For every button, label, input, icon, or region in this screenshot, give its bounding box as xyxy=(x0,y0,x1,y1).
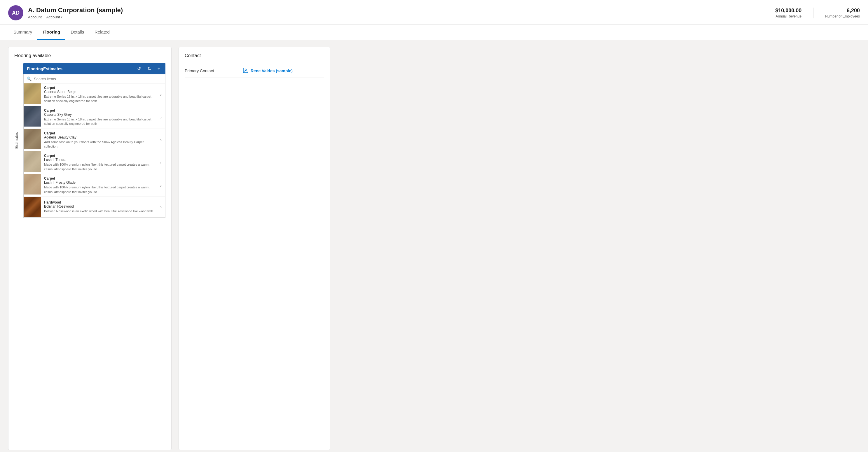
employees-label: Number of Employees xyxy=(825,14,860,19)
header-info: A. Datum Corporation (sample) Account · … xyxy=(28,6,123,19)
estimates-content: FlooringEstimates ↺ ⇅ + 🔍 xyxy=(23,63,165,218)
search-input[interactable] xyxy=(34,77,162,81)
breadcrumb-account2: Account xyxy=(46,15,60,19)
tab-related[interactable]: Related xyxy=(89,25,115,40)
item-category-4: Carpet xyxy=(44,176,154,181)
item-desc-2: Add some fashion to your floors with the… xyxy=(44,140,154,149)
item-thumbnail-3 xyxy=(24,151,41,172)
item-thumbnail-1 xyxy=(24,106,41,127)
annual-revenue-value: $10,000.00 xyxy=(775,8,802,14)
item-list: Carpet Caserta Stone Beige Extreme Serie… xyxy=(23,84,165,218)
employees-value: 6,200 xyxy=(825,8,860,14)
search-icon: 🔍 xyxy=(27,76,32,81)
item-name-0: Caserta Stone Beige xyxy=(44,90,154,94)
item-name-5: Bolivian Rosewood xyxy=(44,204,154,208)
annual-revenue-stat: $10,000.00 Annual Revenue xyxy=(775,8,802,19)
item-chevron-5: › xyxy=(157,197,165,217)
header-divider xyxy=(813,8,813,19)
flooring-panel-body: Estimates FlooringEstimates ↺ ⇅ + 🔍 xyxy=(14,63,165,218)
header-left: AD A. Datum Corporation (sample) Account… xyxy=(8,5,123,21)
flooring-panel: Flooring available Estimates FlooringEst… xyxy=(8,47,172,450)
item-info-4: Carpet Lush II Frosty Glade Made with 10… xyxy=(41,174,157,197)
item-desc-0: Extreme Series 18 in. x 18 in. carpet ti… xyxy=(44,95,154,103)
list-item[interactable]: Carpet Caserta Stone Beige Extreme Serie… xyxy=(24,84,165,106)
header: AD A. Datum Corporation (sample) Account… xyxy=(0,0,868,25)
item-chevron-4: › xyxy=(157,174,165,197)
add-button[interactable]: + xyxy=(156,66,162,72)
avatar: AD xyxy=(8,5,23,21)
item-info-0: Carpet Caserta Stone Beige Extreme Serie… xyxy=(41,84,157,106)
item-category-3: Carpet xyxy=(44,154,154,158)
flooring-panel-title: Flooring available xyxy=(14,53,165,58)
list-item[interactable]: Carpet Ageless Beauty Clay Add some fash… xyxy=(24,129,165,152)
item-name-4: Lush II Frosty Glade xyxy=(44,181,154,185)
primary-contact-label: Primary Contact xyxy=(185,68,243,73)
item-category-1: Carpet xyxy=(44,108,154,112)
item-info-2: Carpet Ageless Beauty Clay Add some fash… xyxy=(41,129,157,151)
contact-panel-title: Contact xyxy=(185,53,324,58)
item-thumbnail-4 xyxy=(24,174,41,194)
employees-stat: 6,200 Number of Employees xyxy=(825,8,860,19)
list-item[interactable]: Hardwood Bolivian Rosewood Bolivian Rose… xyxy=(24,197,165,218)
list-item[interactable]: Carpet Caserta Sky Grey Extreme Series 1… xyxy=(24,106,165,129)
breadcrumb-account1: Account xyxy=(28,15,42,19)
item-thumbnail-5 xyxy=(24,197,41,217)
tab-details[interactable]: Details xyxy=(65,25,89,40)
item-desc-4: Made with 100% premium nylon fiber, this… xyxy=(44,185,154,194)
annual-revenue-label: Annual Revenue xyxy=(775,14,802,19)
estimates-toolbar-label: FlooringEstimates xyxy=(27,66,132,71)
estimates-toolbar: FlooringEstimates ↺ ⇅ + xyxy=(23,63,165,74)
item-chevron-2: › xyxy=(157,129,165,151)
contact-person-icon xyxy=(243,68,248,74)
nav-tabs: Summary Flooring Details Related xyxy=(0,25,868,40)
item-info-3: Carpet Lush II Tundra Made with 100% pre… xyxy=(41,151,157,174)
tab-summary[interactable]: Summary xyxy=(8,25,37,40)
item-category-5: Hardwood xyxy=(44,200,154,204)
item-info-1: Carpet Caserta Sky Grey Extreme Series 1… xyxy=(41,106,157,129)
item-desc-3: Made with 100% premium nylon fiber, this… xyxy=(44,162,154,171)
item-info-5: Hardwood Bolivian Rosewood Bolivian Rose… xyxy=(41,197,157,217)
account-dropdown[interactable]: Account ▾ xyxy=(46,15,62,19)
item-name-1: Caserta Sky Grey xyxy=(44,112,154,117)
refresh-button[interactable]: ↺ xyxy=(135,65,143,72)
svg-point-1 xyxy=(245,69,247,71)
breadcrumb-separator: · xyxy=(43,15,44,19)
main-content: Flooring available Estimates FlooringEst… xyxy=(0,40,868,452)
item-category-0: Carpet xyxy=(44,86,154,90)
header-stats: $10,000.00 Annual Revenue 6,200 Number o… xyxy=(775,8,860,19)
item-thumbnail-0 xyxy=(24,84,41,104)
item-name-3: Lush II Tundra xyxy=(44,158,154,162)
estimates-side-label: Estimates xyxy=(14,132,19,149)
item-name-2: Ageless Beauty Clay xyxy=(44,135,154,139)
primary-contact-link[interactable]: Rene Valdes (sample) xyxy=(251,68,292,73)
item-chevron-0: › xyxy=(157,84,165,106)
sort-button[interactable]: ⇅ xyxy=(146,65,153,72)
page-title: A. Datum Corporation (sample) xyxy=(28,6,123,14)
contact-value: Rene Valdes (sample) xyxy=(243,68,292,74)
item-desc-5: Bolivian Rosewood is an exotic wood with… xyxy=(44,209,154,214)
item-desc-1: Extreme Series 18 in. x 18 in. carpet ti… xyxy=(44,117,154,126)
breadcrumb: Account · Account ▾ xyxy=(28,15,123,19)
item-chevron-1: › xyxy=(157,106,165,129)
chevron-down-icon: ▾ xyxy=(61,15,62,19)
contact-panel: Contact Primary Contact Rene Valdes (sam… xyxy=(179,47,330,450)
search-bar: 🔍 xyxy=(23,74,165,84)
contact-row: Primary Contact Rene Valdes (sample) xyxy=(185,64,324,78)
item-category-2: Carpet xyxy=(44,131,154,135)
item-thumbnail-2 xyxy=(24,129,41,149)
list-item[interactable]: Carpet Lush II Tundra Made with 100% pre… xyxy=(24,151,165,174)
item-chevron-3: › xyxy=(157,151,165,174)
tab-flooring[interactable]: Flooring xyxy=(37,25,65,40)
list-item[interactable]: Carpet Lush II Frosty Glade Made with 10… xyxy=(24,174,165,197)
